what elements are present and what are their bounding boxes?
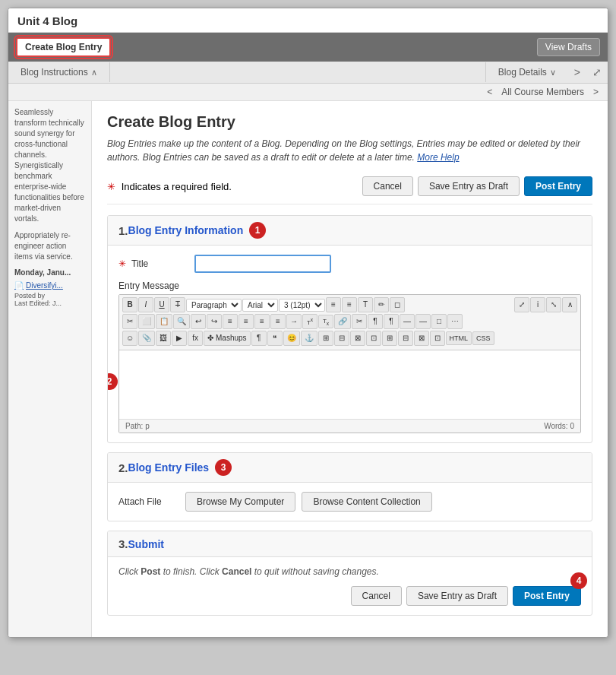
rte-font-select[interactable]: Arial — [242, 299, 278, 312]
rte-css-btn[interactable]: CSS — [472, 331, 494, 346]
rte-paragraph-select[interactable]: Paragraph — [186, 299, 242, 312]
rte-pilcrow2-btn[interactable]: ¶ — [384, 314, 399, 329]
rte-copy-btn[interactable]: ⬜ — [138, 314, 155, 329]
rte-body[interactable] — [119, 350, 580, 419]
top-cancel-button[interactable]: Cancel — [362, 176, 413, 196]
chevron-down-icon: ∨ — [550, 68, 556, 78]
title-input[interactable] — [194, 255, 331, 273]
top-post-entry-button[interactable]: Post Entry — [524, 176, 592, 196]
rte-superscript-btn[interactable]: Tx — [302, 314, 317, 329]
main-content: Create Blog Entry Blog Entries make up t… — [92, 101, 608, 637]
tab-blog-instructions[interactable]: Blog Instructions ∧ — [8, 62, 110, 82]
rte-emoji-btn[interactable]: 😊 — [283, 331, 300, 346]
rte-ol-btn[interactable]: ≡ — [342, 297, 357, 312]
rte-paste-btn[interactable]: 📋 — [156, 314, 172, 329]
rte-table4-btn[interactable]: ⊡ — [366, 331, 381, 346]
entry-message-section: Entry Message B I U T — [118, 280, 581, 433]
rte-hr-btn[interactable]: — — [400, 314, 415, 329]
required-indicator: ✳ Indicates a required field. — [107, 181, 232, 192]
rte-hr2-btn[interactable]: — — [415, 314, 431, 329]
rte-align-right-btn[interactable]: ≡ — [254, 314, 270, 329]
rte-toolbar-row3: ☺ 📎 🖼 ▶ fx ✤ Mashups ¶ ❝ 😊 — [122, 331, 577, 346]
rte-more-btn[interactable]: ⋯ — [447, 314, 463, 329]
rte-video-btn[interactable]: ▶ — [172, 331, 187, 346]
sidebar: Seamlessly transform technically sound s… — [8, 101, 92, 637]
rte-text-color-btn[interactable]: T — [358, 297, 373, 312]
rte-expand-btn[interactable]: ⤢ — [514, 297, 529, 312]
step-badge-2: 2 — [107, 373, 118, 390]
tab-blog-details[interactable]: Blog Details ∨ — [485, 62, 568, 82]
rte-eraser-btn[interactable]: ◻ — [390, 297, 405, 312]
view-drafts-button[interactable]: View Drafts — [537, 38, 600, 56]
rte-subscript-btn[interactable]: Tx — [318, 315, 333, 329]
tab-nav-forward[interactable]: > — [568, 62, 586, 83]
rte-table8-btn[interactable]: ⊡ — [430, 331, 445, 346]
rte-ul-btn[interactable]: ≡ — [326, 297, 341, 312]
top-save-draft-button[interactable]: Save Entry as Draft — [418, 176, 520, 196]
section-submit: 3. Submit Click Post to finish. Click Ca… — [107, 531, 592, 616]
required-star: ✳ — [107, 181, 115, 192]
rte-table3-btn[interactable]: ⊠ — [350, 331, 365, 346]
bottom-save-draft-button[interactable]: Save Entry as Draft — [406, 586, 508, 606]
rte-collapse-btn[interactable]: ∧ — [562, 297, 577, 312]
section3-header: 3. Submit — [108, 531, 592, 557]
rte-link-btn[interactable]: 🔗 — [334, 314, 351, 329]
section1-title: Blog Entry Information — [128, 224, 244, 236]
members-label: All Course Members — [501, 87, 584, 97]
rte-fx-btn[interactable]: fx — [188, 331, 203, 346]
rte-underline-btn[interactable]: U — [154, 297, 169, 312]
rte-html-btn[interactable]: HTML — [446, 331, 472, 346]
rte-table6-btn[interactable]: ⊟ — [398, 331, 413, 346]
window-title: Unit 4 Blog — [17, 14, 599, 27]
rte-paragraph-btn[interactable]: ¶ — [251, 331, 267, 346]
nav-back-icon[interactable]: < — [487, 87, 492, 97]
rte-anchor-btn[interactable]: ⚓ — [301, 331, 317, 346]
rte-table7-btn[interactable]: ⊠ — [414, 331, 429, 346]
rte-image-btn[interactable]: 🖼 — [156, 331, 171, 346]
document-icon: 📄 — [14, 281, 24, 290]
rte-highlight-btn[interactable]: ✏ — [374, 297, 389, 312]
section3-body: Click Post to finish. Click Cancel to qu… — [108, 557, 592, 615]
rte-bold-btn[interactable]: B — [122, 297, 137, 312]
rte-pilcrow-btn[interactable]: ¶ — [368, 314, 383, 329]
browse-collection-button[interactable]: Browse Content Collection — [302, 492, 431, 512]
title-bar: Unit 4 Blog — [8, 8, 608, 33]
rte-strikethrough-btn[interactable]: T — [170, 297, 185, 312]
rte-indent-btn[interactable]: → — [286, 314, 302, 329]
rte-fullscreen-btn[interactable]: ⤡ — [546, 297, 561, 312]
rte-paperclip-btn[interactable]: 📎 — [138, 331, 155, 346]
rich-text-editor[interactable]: B I U T Paragraph Arial — [118, 294, 581, 433]
entry-message-label: Entry Message — [118, 280, 581, 291]
rte-find-btn[interactable]: 🔍 — [173, 314, 190, 329]
rte-redo-btn[interactable]: ↪ — [207, 314, 222, 329]
rte-table-btn[interactable]: ⊞ — [318, 331, 333, 346]
rte-table5-btn[interactable]: ⊞ — [382, 331, 397, 346]
browse-computer-button[interactable]: Browse My Computer — [185, 492, 295, 512]
rte-unlink-btn[interactable]: ✂ — [352, 314, 367, 329]
rte-align-justify-btn[interactable]: ≡ — [270, 314, 286, 329]
more-help-link[interactable]: More Help — [417, 152, 459, 163]
rte-info-btn[interactable]: i — [530, 297, 545, 312]
section3-number: 3. — [118, 537, 128, 550]
rte-box-btn[interactable]: □ — [431, 314, 447, 329]
page-title: Create Blog Entry — [107, 113, 592, 131]
rte-mashups-btn[interactable]: ✤ Mashups — [204, 331, 250, 346]
rte-italic-btn[interactable]: I — [138, 297, 153, 312]
rte-size-select[interactable]: 3 (12pt) — [279, 299, 325, 312]
rte-smiley-btn[interactable]: ☺ — [122, 331, 137, 346]
rte-align-center-btn[interactable]: ≡ — [239, 314, 254, 329]
sidebar-entry[interactable]: 📄 Diversifyi... — [14, 281, 85, 290]
top-button-group: Cancel Save Entry as Draft Post Entry — [362, 176, 592, 196]
rte-blockquote-btn[interactable]: ❝ — [267, 331, 283, 346]
expand-icon[interactable]: ⤢ — [586, 62, 608, 83]
section1-body: ✳ Title Entry Message — [108, 246, 592, 442]
rte-align-left-btn[interactable]: ≡ — [223, 314, 238, 329]
rte-undo-btn[interactable]: ↩ — [191, 314, 206, 329]
rte-table2-btn[interactable]: ⊟ — [334, 331, 349, 346]
create-blog-button[interactable]: Create Blog Entry — [16, 37, 111, 57]
page-description: Blog Entries make up the content of a Bl… — [107, 137, 592, 164]
bottom-cancel-button[interactable]: Cancel — [351, 586, 402, 606]
rte-cut-btn[interactable]: ✂ — [122, 314, 137, 329]
sidebar-entry-meta: Posted by Last Edited: J... — [14, 292, 85, 307]
nav-forward-icon[interactable]: > — [593, 87, 599, 97]
